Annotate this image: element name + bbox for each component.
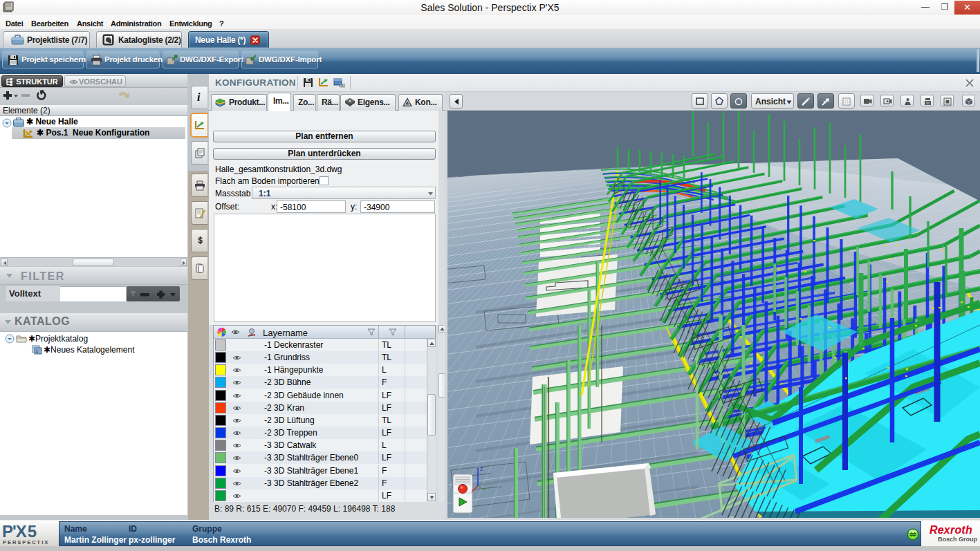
- svg-text:P'X5: P'X5: [2, 522, 37, 541]
- svg-text:PERSPECTIX: PERSPECTIX: [3, 539, 49, 545]
- svg-text:z: z: [480, 465, 483, 472]
